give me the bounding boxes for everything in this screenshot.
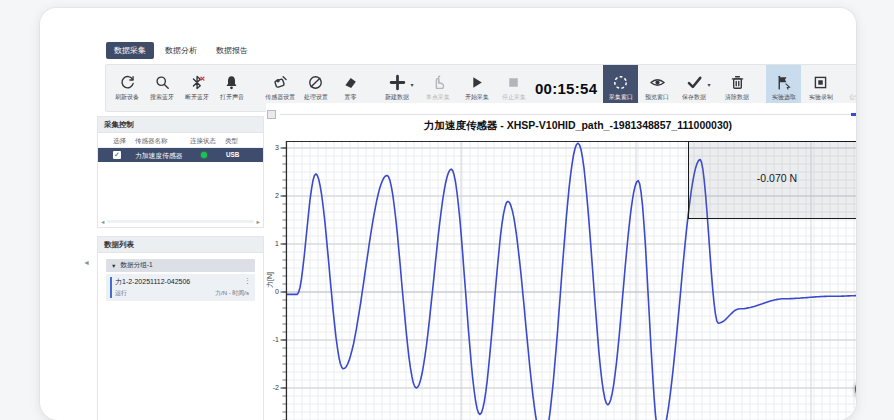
tab-3[interactable]: 数据报告 <box>208 42 256 59</box>
toolbar-button-label: 清除数据 <box>725 93 749 101</box>
trash-icon <box>729 74 746 91</box>
collection-window-panel: 力加速度传感器 - XHSP-V10HID_path_-1981348857_1… <box>266 103 856 420</box>
play-icon <box>468 74 485 91</box>
stop-icon <box>505 74 522 91</box>
column-header-1: 选择 <box>113 137 126 146</box>
zoom-selection-box[interactable]: -0.070 N <box>688 141 856 219</box>
toolbar-button-label: 公式计算 <box>850 93 856 101</box>
toolbar-button-refresh[interactable]: 刷新设备 <box>110 65 145 111</box>
toolbar-button-label: 搜索蓝牙 <box>150 93 174 101</box>
refresh-icon <box>119 74 136 91</box>
flag-cursor-icon <box>775 74 792 91</box>
y-tick-label: 2 <box>267 192 279 199</box>
y-tick-label: 3 <box>267 144 279 151</box>
data-list-panel: 数据列表 ▼ 数据分组-1 力1-2-20251112-042506 ⋮ 运行 … <box>97 236 264 420</box>
column-header-2: 传感器名称 <box>135 137 168 146</box>
y-tick-label: -1 <box>267 336 279 343</box>
scroll-right-icon[interactable]: ► <box>256 219 261 225</box>
toolbar-button-label: 实验录制 <box>809 93 833 101</box>
item-title: 力1-2-20251112-042506 <box>115 277 190 287</box>
app-window: 数据采集数据分析数据报告 刷新设备搜索蓝牙断开蓝牙打开声音传感器设置处理设置置零… <box>40 8 856 420</box>
sensor-row[interactable]: ✓ 力加速度传感器 USB <box>98 148 263 162</box>
sensor-checkbox[interactable]: ✓ <box>113 151 121 159</box>
tab-1[interactable]: 数据采集 <box>106 42 154 59</box>
status-dot <box>201 152 207 158</box>
sensor-name: 力加速度传感器 <box>135 151 183 161</box>
toolbar-button-label: 断开蓝牙 <box>185 93 209 101</box>
column-header-4: 类型 <box>225 137 238 146</box>
sensor-table-hscrollbar[interactable]: ◄ ► <box>100 218 261 225</box>
scroll-left-icon[interactable]: ◄ <box>100 219 105 225</box>
toolbar-button-label: 保存数据 <box>682 93 706 101</box>
search-icon <box>154 74 171 91</box>
y-axis-label: 力[N] <box>265 272 275 288</box>
y-tick-label: 1 <box>267 240 279 247</box>
legend-line-swatch <box>851 113 857 116</box>
sensor-type: USB <box>226 151 239 158</box>
data-group-label: 数据分组-1 <box>120 261 152 270</box>
dropdown-caret-icon[interactable]: ▾ <box>411 81 414 88</box>
toolbar-button-label: 预览窗口 <box>645 93 669 101</box>
sensor-icon <box>272 74 289 91</box>
toolbar-button-label: 置零 <box>344 93 356 101</box>
dropdown-caret-icon[interactable]: ▾ <box>708 81 711 88</box>
tab-2[interactable]: 数据分析 <box>157 42 205 59</box>
toolbar-button-label: 刷新设备 <box>115 93 139 101</box>
bluetooth-off-icon <box>189 74 206 91</box>
dashed-circle-icon <box>612 74 629 91</box>
main-tabbar: 数据采集数据分析数据报告 <box>106 42 256 59</box>
item-axes: 力/N - 时间/s <box>215 289 249 298</box>
y-tick-label: -2 <box>267 384 279 391</box>
screen: 数据采集数据分析数据报告 刷新设备搜索蓝牙断开蓝牙打开声音传感器设置处理设置置零… <box>0 0 894 420</box>
hand-icon <box>430 74 447 91</box>
sensor-table-header: 选择传感器名称连接状态类型 <box>98 133 263 148</box>
toolbar-button-search[interactable]: 搜索蓝牙 <box>145 65 180 111</box>
toolbar-button-label: 单点采集 <box>426 93 450 101</box>
check-icon <box>686 74 703 91</box>
chevron-down-icon: ▼ <box>111 263 116 269</box>
sidebar-collapse-icon[interactable]: ◄ <box>83 259 90 266</box>
formula-square-icon <box>853 74 856 91</box>
panel-grid-icon <box>267 110 276 119</box>
eraser-icon <box>342 74 359 91</box>
data-list-item[interactable]: 力1-2-20251112-042506 ⋮ 运行 力/N - 时间/s <box>106 274 255 301</box>
item-state: 运行 <box>115 289 127 298</box>
data-list-title: 数据列表 <box>98 237 263 253</box>
toolbar-button-label: 采集窗口 <box>609 93 633 101</box>
record-square-icon <box>812 74 829 91</box>
collect-control-panel: 采集控制 选择传感器名称连接状态类型 ✓ 力加速度传感器 USB ◄ ► <box>97 116 264 228</box>
eye-icon <box>649 74 666 91</box>
plus-icon <box>389 74 406 91</box>
toolbar-button-label: 传感器设置 <box>266 93 296 101</box>
data-group-row[interactable]: ▼ 数据分组-1 <box>106 259 255 272</box>
kebab-menu-icon[interactable]: ⋮ <box>244 277 251 285</box>
collect-control-title: 采集控制 <box>98 117 263 133</box>
toolbar-button-label: 处理设置 <box>304 93 328 101</box>
chart-title: 力加速度传感器 - XHSP-V10HID_path_-1981348857_1… <box>286 119 856 133</box>
sensor-reading: -0.070 N <box>689 172 856 184</box>
column-header-3: 连接状态 <box>190 137 216 146</box>
toolbar-button-label: 打开声音 <box>220 93 244 101</box>
chart-legend: 力 <box>851 109 857 119</box>
panel-divider <box>280 114 856 115</box>
toolbar-button-bell[interactable]: 打开声音 <box>214 65 249 111</box>
bell-icon <box>223 74 240 91</box>
compass-icon <box>307 74 324 91</box>
toolbar-button-label: 实验选取 <box>772 93 796 101</box>
hscroll-track[interactable] <box>107 220 253 223</box>
toolbar-button-label: 开始采集 <box>465 93 489 101</box>
toolbar-button-label: 新建数据 <box>385 93 409 101</box>
toolbar-button-bluetooth-off[interactable]: 断开蓝牙 <box>180 65 215 111</box>
y-tick-label: 0 <box>267 288 279 295</box>
toolbar-button-label: 停止采集 <box>502 93 526 101</box>
item-accent-bar <box>110 277 112 298</box>
